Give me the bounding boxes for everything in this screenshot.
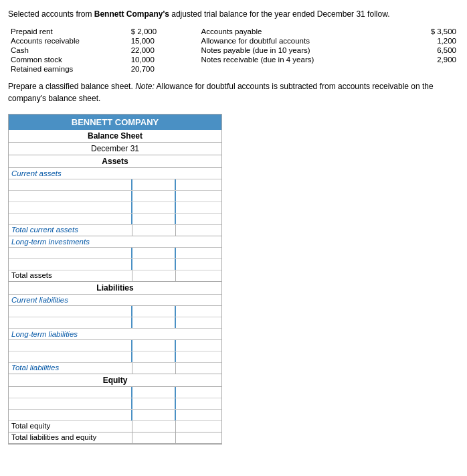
input-field[interactable] (176, 410, 221, 420)
input-field[interactable] (176, 191, 221, 202)
long-term-investments-label: Long-term investments (9, 236, 221, 248)
input-field[interactable] (132, 363, 176, 374)
account-label: Cash (8, 46, 128, 55)
account-label: Prepaid rent (8, 27, 128, 36)
equity-header: Equity (9, 374, 221, 387)
current-asset-row-3 (9, 202, 221, 214)
lt-liab-row-2 (9, 351, 221, 363)
lt-invest-row-1 (9, 248, 221, 259)
input-field[interactable] (176, 259, 221, 270)
account-amount: 2,900 (399, 55, 459, 64)
account-label: Allowance for doubtful accounts (199, 36, 399, 46)
input-field[interactable] (9, 248, 132, 258)
input-field[interactable] (176, 340, 221, 351)
total-equity-label: Total equity (9, 421, 132, 432)
input-field[interactable] (9, 317, 132, 328)
input-field[interactable] (176, 225, 221, 236)
input-field[interactable] (132, 351, 176, 362)
input-field[interactable] (176, 387, 221, 398)
input-field[interactable] (176, 432, 221, 443)
current-liab-row-2 (9, 317, 221, 329)
lt-invest-row-2 (9, 259, 221, 270)
equity-row-1 (9, 387, 221, 398)
input-field[interactable] (9, 191, 132, 202)
account-label: Notes payable (due in 10 years) (199, 46, 399, 55)
input-field[interactable] (176, 179, 221, 190)
input-field[interactable] (176, 398, 221, 409)
input-field[interactable] (9, 306, 132, 317)
total-assets-label: Total assets (9, 270, 132, 281)
intro-paragraph: Selected accounts from Bennett Company's… (8, 8, 459, 20)
input-field[interactable] (176, 306, 221, 317)
current-liab-row-1 (9, 306, 221, 317)
input-field[interactable] (132, 317, 176, 328)
account-amount: $ 3,500 (399, 27, 459, 36)
input-field[interactable] (176, 351, 221, 362)
balance-sheet: BENNETT COMPANY Balance Sheet December 3… (8, 114, 222, 445)
input-field[interactable] (9, 398, 132, 409)
total-liabilities-label: Total liabilities (9, 363, 132, 374)
input-field[interactable] (132, 214, 176, 224)
input-field[interactable] (132, 432, 176, 443)
liabilities-header: Liabilities (9, 282, 221, 295)
input-field[interactable] (132, 248, 176, 258)
account-amount (399, 64, 459, 74)
account-amount: 20,700 (128, 64, 199, 74)
account-label (199, 64, 399, 74)
assets-header: Assets (9, 155, 221, 168)
input-field[interactable] (176, 317, 221, 328)
current-asset-row-4 (9, 214, 221, 225)
equity-row-2 (9, 398, 221, 410)
account-amount: 22,000 (128, 46, 199, 55)
account-amount: 1,200 (399, 36, 459, 46)
input-field[interactable] (9, 340, 132, 351)
input-field[interactable] (176, 270, 221, 281)
note-text: Prepare a classified balance sheet. Note… (8, 80, 459, 104)
input-field[interactable] (176, 248, 221, 258)
input-field[interactable] (132, 179, 176, 190)
input-field[interactable] (9, 387, 132, 398)
lt-liab-row-1 (9, 340, 221, 351)
input-field[interactable] (9, 179, 132, 190)
sheet-title: Balance Sheet (9, 130, 221, 143)
input-field[interactable] (176, 214, 221, 224)
input-field[interactable] (132, 306, 176, 317)
total-current-assets-label: Total current assets (9, 225, 132, 236)
equity-row-3 (9, 410, 221, 421)
current-asset-row-2 (9, 191, 221, 202)
total-liabilities-equity-row: Total liabilities and equity (9, 432, 221, 444)
total-liabilities-equity-label: Total liabilities and equity (9, 432, 132, 443)
input-field[interactable] (132, 225, 176, 236)
input-field[interactable] (132, 387, 176, 398)
input-field[interactable] (132, 259, 176, 270)
total-equity-row: Total equity (9, 421, 221, 432)
input-field[interactable] (9, 202, 132, 213)
sheet-date: December 31 (9, 143, 221, 155)
input-field[interactable] (132, 270, 176, 281)
total-liabilities-row: Total liabilities (9, 363, 221, 374)
input-field[interactable] (132, 421, 176, 432)
input-field[interactable] (9, 259, 132, 270)
current-asset-row-1 (9, 179, 221, 191)
account-label: Accounts receivable (8, 36, 128, 46)
current-liabilities-label: Current liabilities (9, 295, 221, 306)
input-field[interactable] (9, 351, 132, 362)
long-term-liabilities-label: Long-term liabilities (9, 329, 221, 340)
accounts-table: Prepaid rent $ 2,000 Accounts payable $ … (8, 27, 459, 74)
input-field[interactable] (176, 202, 221, 213)
current-assets-label: Current assets (9, 168, 221, 179)
input-field[interactable] (176, 421, 221, 432)
input-field[interactable] (9, 410, 132, 420)
input-field[interactable] (132, 191, 176, 202)
input-field[interactable] (9, 214, 132, 224)
input-field[interactable] (176, 363, 221, 374)
total-assets-row: Total assets (9, 270, 221, 282)
input-field[interactable] (132, 398, 176, 409)
account-label: Retained earnings (8, 64, 128, 74)
input-field[interactable] (132, 410, 176, 420)
input-field[interactable] (132, 202, 176, 213)
account-amount: 6,500 (399, 46, 459, 55)
account-label: Common stock (8, 55, 128, 64)
company-name: BENNETT COMPANY (9, 114, 221, 130)
input-field[interactable] (132, 340, 176, 351)
